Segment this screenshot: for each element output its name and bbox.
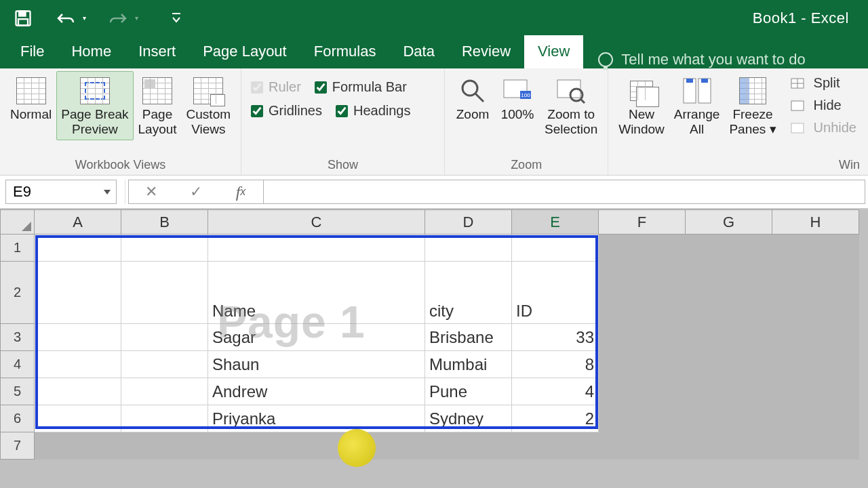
arrange-all-button[interactable]: Arrange All	[669, 71, 725, 140]
col-header-h[interactable]: H	[772, 210, 859, 235]
redo-button[interactable]: ▾	[108, 10, 141, 26]
cell[interactable]	[121, 235, 208, 262]
split-button[interactable]: Split	[785, 74, 859, 92]
redo-dropdown-icon[interactable]: ▾	[132, 12, 141, 24]
cell[interactable]	[121, 378, 208, 405]
zoom-to-selection-button[interactable]: Zoom to Selection	[540, 71, 602, 140]
tab-file[interactable]: File	[7, 36, 58, 68]
row-header-3[interactable]: 3	[1, 324, 35, 351]
cell[interactable]: ID	[512, 262, 599, 324]
new-window-button[interactable]: New Window	[614, 71, 669, 140]
cell[interactable]	[772, 432, 859, 460]
tab-data[interactable]: Data	[389, 36, 448, 68]
name-box[interactable]: E9	[5, 180, 117, 204]
row-header-5[interactable]: 5	[1, 378, 35, 405]
col-header-b[interactable]: B	[121, 210, 208, 235]
formula-bar-checkbox[interactable]: Formula Bar	[311, 75, 411, 99]
cell[interactable]: Name	[208, 262, 425, 324]
cell[interactable]: 4	[512, 378, 599, 405]
row-header-7[interactable]: 7	[1, 432, 35, 460]
zoom-button[interactable]: Zoom	[450, 71, 495, 125]
gridlines-checkbox[interactable]: Gridlines	[247, 99, 326, 123]
cell[interactable]	[35, 378, 121, 405]
row-header-2[interactable]: 2	[1, 262, 35, 324]
page-break-preview-button[interactable]: Page Break Preview	[56, 71, 133, 140]
col-header-c[interactable]: C	[208, 210, 425, 235]
cell[interactable]	[121, 324, 208, 351]
insert-function-button[interactable]: fx	[218, 180, 263, 203]
cell[interactable]: Shaun	[208, 351, 425, 378]
cell[interactable]	[686, 378, 772, 405]
row-header-6[interactable]: 6	[1, 405, 35, 432]
tab-home[interactable]: Home	[58, 36, 125, 68]
col-header-e[interactable]: E	[512, 210, 599, 235]
cell[interactable]: Pune	[425, 378, 512, 405]
cell[interactable]	[599, 432, 686, 460]
undo-button[interactable]: ▾	[56, 10, 89, 26]
cell[interactable]	[35, 405, 121, 432]
cell[interactable]	[121, 405, 208, 432]
cell[interactable]	[121, 262, 208, 324]
tab-review[interactable]: Review	[448, 36, 524, 68]
enter-formula-button[interactable]: ✓	[174, 180, 218, 203]
zoom-100-button[interactable]: 100 100%	[495, 71, 540, 125]
undo-dropdown-icon[interactable]: ▾	[80, 12, 89, 24]
cell[interactable]	[425, 432, 512, 460]
cell[interactable]	[35, 324, 121, 351]
cell[interactable]: Mumbai	[425, 351, 512, 378]
cell[interactable]	[772, 235, 859, 262]
save-button[interactable]	[9, 5, 37, 32]
cell[interactable]	[772, 351, 859, 378]
tab-formulas[interactable]: Formulas	[300, 36, 390, 68]
row-header-4[interactable]: 4	[1, 351, 35, 378]
spreadsheet-grid[interactable]: A B C D E F G H 1 2 Name city ID 3 Sagar…	[0, 209, 859, 460]
cancel-formula-button[interactable]: ✕	[129, 180, 174, 203]
cell[interactable]	[35, 432, 121, 460]
cell[interactable]: 8	[512, 351, 599, 378]
chevron-down-icon[interactable]	[104, 190, 111, 195]
tab-view[interactable]: View	[524, 35, 583, 68]
cell[interactable]	[772, 262, 859, 324]
cell[interactable]: Brisbane	[425, 324, 512, 351]
cell[interactable]	[599, 405, 686, 432]
custom-views-button[interactable]: Custom Views	[182, 71, 235, 140]
cell[interactable]	[772, 324, 859, 351]
cell[interactable]	[686, 235, 772, 262]
cell[interactable]: Andrew	[208, 378, 425, 405]
cell[interactable]	[512, 235, 599, 262]
cell[interactable]	[35, 235, 121, 262]
cell[interactable]	[35, 351, 121, 378]
hide-button[interactable]: Hide	[785, 96, 859, 115]
cell[interactable]	[208, 235, 425, 262]
cell[interactable]: Priyanka	[208, 405, 425, 432]
cell[interactable]	[208, 432, 425, 460]
col-header-f[interactable]: F	[599, 210, 686, 235]
cell[interactable]	[121, 432, 208, 460]
cell[interactable]	[772, 405, 859, 432]
cell[interactable]	[772, 378, 859, 405]
col-header-g[interactable]: G	[686, 210, 772, 235]
cell[interactable]	[686, 432, 772, 460]
cell[interactable]	[35, 262, 121, 324]
cell[interactable]	[686, 324, 772, 351]
row-header-1[interactable]: 1	[1, 235, 35, 262]
cell[interactable]	[121, 351, 208, 378]
cell[interactable]	[512, 432, 599, 460]
freeze-panes-button[interactable]: Freeze Panes ▾	[724, 71, 781, 140]
cell[interactable]: 2	[512, 405, 599, 432]
tab-page-layout[interactable]: Page Layout	[189, 36, 300, 68]
cell[interactable]	[686, 405, 772, 432]
cell[interactable]	[599, 262, 686, 324]
cell[interactable]	[599, 351, 686, 378]
cell[interactable]: Sydney	[425, 405, 512, 432]
page-layout-button[interactable]: Page Layout	[134, 71, 182, 140]
tab-insert[interactable]: Insert	[125, 36, 189, 68]
col-header-d[interactable]: D	[425, 210, 512, 235]
normal-view-button[interactable]: Normal	[5, 71, 56, 125]
col-header-a[interactable]: A	[35, 210, 121, 235]
tell-me-search[interactable]: Tell me what you want to do	[598, 51, 868, 68]
cell[interactable]	[686, 351, 772, 378]
select-all-button[interactable]	[1, 210, 35, 235]
customize-qat-button[interactable]	[163, 5, 190, 32]
formula-input[interactable]	[264, 180, 865, 204]
